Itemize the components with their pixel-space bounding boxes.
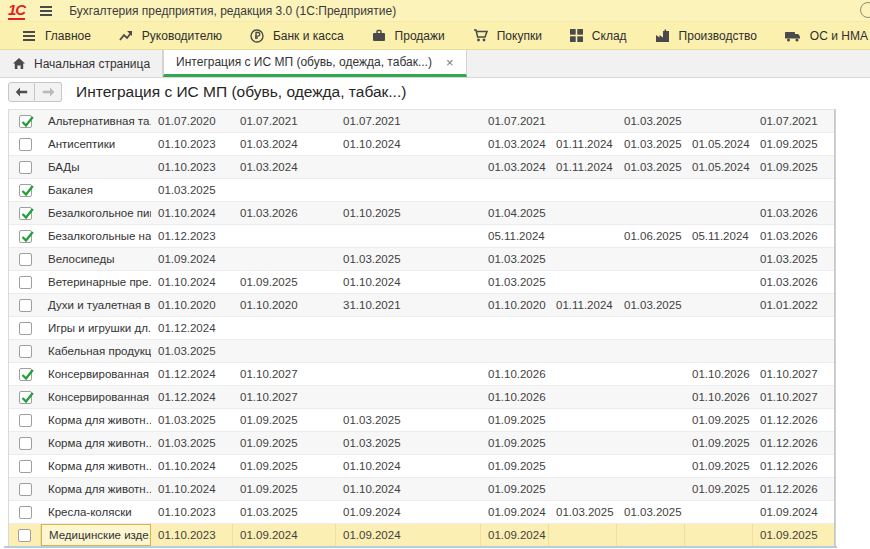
date-cell[interactable]: 01.10.2024 <box>151 271 233 293</box>
date-cell[interactable]: 01.03.2024 <box>233 133 336 155</box>
menu-item-pokupki[interactable]: Покупки <box>459 22 556 49</box>
date-cell[interactable]: 01.12.2024 <box>151 386 233 408</box>
date-cell[interactable]: 01.09.2025 <box>481 432 549 454</box>
date-cell[interactable]: 01.12.2024 <box>151 363 233 385</box>
date-cell[interactable]: 01.10.2026 <box>685 363 753 385</box>
date-cell[interactable]: 01.09.2025 <box>753 133 835 155</box>
row-checkbox[interactable] <box>19 299 32 312</box>
date-cell[interactable]: 01.10.2024 <box>151 455 233 477</box>
table-row[interactable]: Консервированная ...01.12.202401.10.2027… <box>9 363 834 386</box>
date-cell[interactable] <box>617 455 685 477</box>
table-row[interactable]: Медицинские изде...01.10.202301.09.20240… <box>9 524 834 547</box>
date-cell[interactable]: 01.03.2025 <box>336 248 481 270</box>
date-cell[interactable]: 01.09.2025 <box>233 409 336 431</box>
product-group-name[interactable]: Корма для животн... <box>41 478 151 500</box>
date-cell[interactable]: 01.03.2025 <box>617 133 685 155</box>
date-cell[interactable]: 01.09.2025 <box>685 432 753 454</box>
date-cell[interactable]: 01.12.2023 <box>151 225 233 247</box>
date-cell[interactable]: 01.09.2025 <box>233 271 336 293</box>
date-cell[interactable]: 01.05.2024 <box>685 133 753 155</box>
date-cell[interactable]: 01.10.2020 <box>151 294 233 316</box>
date-cell[interactable]: 01.10.2027 <box>753 363 835 385</box>
date-cell[interactable]: 05.11.2024 <box>481 225 549 247</box>
row-checkbox[interactable] <box>19 161 32 174</box>
date-cell[interactable]: 01.10.2023 <box>151 501 233 523</box>
date-cell[interactable] <box>481 317 549 339</box>
date-cell[interactable] <box>685 202 753 224</box>
table-row[interactable]: Корма для животн...01.03.202501.09.20250… <box>9 409 834 432</box>
product-group-name[interactable]: Кресла-коляски <box>41 501 151 523</box>
menu-item-sklad[interactable]: Склад <box>556 22 641 49</box>
date-cell[interactable]: 01.07.2021 <box>753 110 835 132</box>
product-group-name[interactable]: Антисептики <box>41 133 151 155</box>
date-cell[interactable]: 01.03.2025 <box>151 432 233 454</box>
table-row[interactable]: Кабельная продукция01.03.2025 <box>9 340 834 363</box>
date-cell[interactable] <box>549 271 617 293</box>
date-cell[interactable]: 01.03.2025 <box>753 248 835 270</box>
product-group-name[interactable]: Корма для животн... <box>41 432 151 454</box>
row-checkbox[interactable] <box>19 207 32 220</box>
product-group-name[interactable]: Бакалея <box>41 179 151 201</box>
date-cell[interactable]: 01.09.2024 <box>233 524 336 546</box>
date-cell[interactable]: 01.03.2024 <box>233 156 336 178</box>
date-cell[interactable] <box>753 179 835 201</box>
date-cell[interactable]: 01.10.2024 <box>151 478 233 500</box>
menu-item-prodazhi[interactable]: Продажи <box>358 22 459 49</box>
date-cell[interactable] <box>549 386 617 408</box>
row-checkbox[interactable] <box>19 138 32 151</box>
date-cell[interactable] <box>549 340 617 362</box>
date-cell[interactable]: 01.12.2026 <box>753 432 835 454</box>
date-cell[interactable] <box>617 409 685 431</box>
date-cell[interactable]: 01.03.2025 <box>233 501 336 523</box>
forward-button[interactable] <box>35 82 62 102</box>
date-cell[interactable] <box>617 202 685 224</box>
date-cell[interactable]: 05.11.2024 <box>685 225 753 247</box>
date-cell[interactable]: 01.11.2024 <box>549 133 617 155</box>
date-cell[interactable] <box>685 271 753 293</box>
date-cell[interactable]: 01.09.2025 <box>685 455 753 477</box>
product-group-name[interactable]: Кабельная продукция <box>41 340 151 362</box>
table-row[interactable]: Антисептики01.10.202301.03.202401.10.202… <box>9 133 834 156</box>
date-cell[interactable]: 01.03.2025 <box>151 409 233 431</box>
date-cell[interactable]: 01.03.2024 <box>481 156 549 178</box>
date-cell[interactable]: 01.10.2026 <box>685 386 753 408</box>
date-cell[interactable] <box>336 340 481 362</box>
date-cell[interactable]: 01.10.2026 <box>481 363 549 385</box>
date-cell[interactable] <box>685 179 753 201</box>
tab-home[interactable]: Начальная страница <box>0 50 163 77</box>
date-cell[interactable] <box>233 317 336 339</box>
date-cell[interactable] <box>617 363 685 385</box>
row-checkbox[interactable] <box>19 414 32 427</box>
date-cell[interactable]: 01.04.2025 <box>481 202 549 224</box>
date-cell[interactable] <box>617 386 685 408</box>
date-cell[interactable] <box>481 179 549 201</box>
date-cell[interactable] <box>549 225 617 247</box>
date-cell[interactable] <box>549 248 617 270</box>
row-checkbox[interactable] <box>19 230 32 243</box>
date-cell[interactable]: 01.11.2024 <box>549 294 617 316</box>
date-cell[interactable]: 01.10.2024 <box>336 133 481 155</box>
row-checkbox[interactable] <box>19 460 32 473</box>
date-cell[interactable]: 01.09.2025 <box>753 524 835 546</box>
row-checkbox[interactable] <box>19 322 32 335</box>
date-cell[interactable]: 01.03.2025 <box>336 409 481 431</box>
date-cell[interactable] <box>549 409 617 431</box>
close-icon[interactable]: × <box>446 56 454 69</box>
date-cell[interactable]: 01.09.2024 <box>481 501 549 523</box>
date-cell[interactable]: 01.10.2023 <box>151 156 233 178</box>
date-cell[interactable] <box>549 363 617 385</box>
date-cell[interactable]: 01.10.2020 <box>481 294 549 316</box>
date-cell[interactable] <box>336 225 481 247</box>
date-cell[interactable] <box>549 478 617 500</box>
table-row[interactable]: Консервированная ...01.12.202401.10.2027… <box>9 386 834 409</box>
date-cell[interactable]: 01.07.2021 <box>233 110 336 132</box>
date-cell[interactable]: 01.09.2025 <box>233 478 336 500</box>
date-cell[interactable]: 01.09.2025 <box>233 455 336 477</box>
tab-integration[interactable]: Интеграция с ИС МП (обувь, одежда, табак… <box>163 50 466 77</box>
row-checkbox[interactable] <box>19 437 32 450</box>
date-cell[interactable] <box>685 248 753 270</box>
date-cell[interactable] <box>549 179 617 201</box>
date-cell[interactable] <box>617 340 685 362</box>
date-cell[interactable] <box>685 340 753 362</box>
date-cell[interactable]: 01.10.2023 <box>151 524 233 546</box>
